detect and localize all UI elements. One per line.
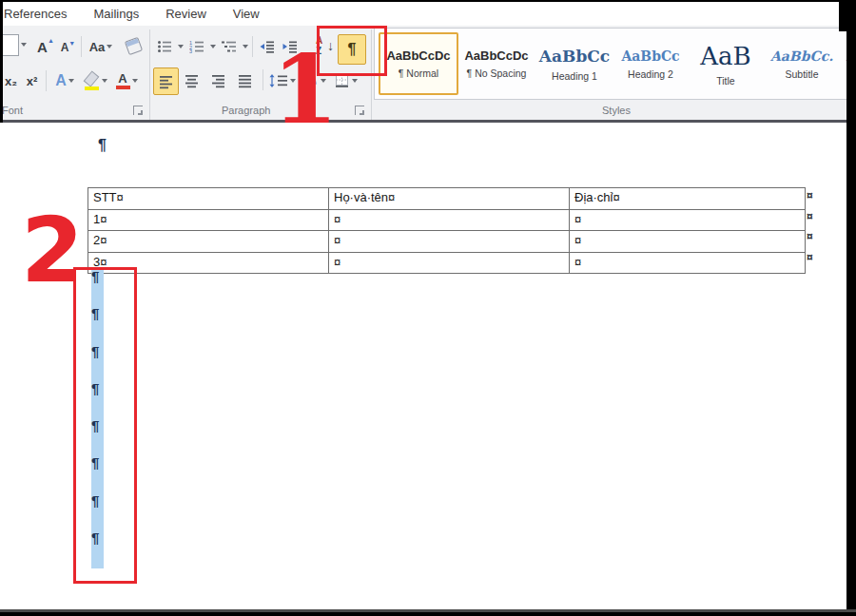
font-size-dropdown[interactable]	[17, 37, 29, 52]
selected-pilcrow: ¶	[91, 419, 104, 456]
font-dialog-launcher[interactable]	[133, 106, 143, 115]
separator	[252, 36, 253, 57]
clipped-text-mark: ″	[99, 123, 103, 129]
justify-button[interactable]	[233, 67, 257, 93]
style-label: Title	[716, 75, 734, 87]
align-center-button[interactable]	[180, 67, 204, 93]
style-title[interactable]: AaBTitle	[688, 32, 764, 95]
clear-formatting-button[interactable]	[121, 32, 146, 59]
text-effects-button[interactable]: A	[50, 68, 79, 93]
selected-pilcrow: ¶	[91, 382, 104, 419]
subscript-button[interactable]: x₂	[1, 68, 21, 93]
document-canvas[interactable]: ″ ¶ STT¤Họ·và·tên¤Địa·chỉ¤1¤¤¤2¤¤¤3¤¤¤ ¤…	[0, 123, 856, 609]
change-case-button[interactable]: Aa	[86, 34, 116, 59]
separator	[263, 69, 263, 90]
shading-button[interactable]	[301, 67, 329, 93]
multilevel-list-button[interactable]	[219, 35, 240, 58]
style-label: Subtitle	[785, 68, 818, 80]
styles-gallery: AaBbCcDc¶ NormalAaBbCcDc¶ No SpacingAaBb…	[374, 28, 856, 100]
table-cell[interactable]: ¤	[329, 210, 570, 231]
frame-edge	[0, 0, 856, 2]
frame-edge	[0, 0, 3, 123]
subscript-icon: x₂	[5, 74, 17, 88]
bullets-icon	[157, 40, 172, 53]
align-left-icon	[159, 74, 173, 89]
tab-view[interactable]: View	[220, 7, 273, 21]
decrease-indent-icon	[260, 40, 275, 53]
table-cell[interactable]: Địa·chỉ¤	[570, 188, 805, 209]
tab-mailings[interactable]: Mailings	[80, 7, 152, 21]
style-sample-text: AaBbCc	[539, 47, 610, 66]
decrease-indent-button[interactable]	[257, 35, 278, 58]
table-row[interactable]: 1¤¤¤	[88, 210, 805, 232]
align-right-button[interactable]	[206, 67, 230, 93]
table-cell[interactable]: ¤	[329, 253, 570, 274]
multilevel-dropdown[interactable]	[240, 37, 249, 56]
style-sample-text: AaBbCcDc	[464, 48, 528, 63]
row-end-marker: ¤	[807, 189, 813, 202]
down-arrow-icon: ▼	[68, 40, 75, 47]
paragraph-group-label: Paragraph	[222, 105, 270, 116]
word-table[interactable]: STT¤Họ·và·tên¤Địa·chỉ¤1¤¤¤2¤¤¤3¤¤¤	[88, 187, 806, 274]
chevron-down-icon	[21, 43, 27, 47]
bullets-dropdown[interactable]	[175, 37, 185, 56]
tab-review[interactable]: Review	[152, 7, 220, 21]
font-size-combobox[interactable]	[0, 34, 19, 56]
line-spacing-button[interactable]	[267, 67, 298, 93]
table-cell[interactable]: ¤	[570, 210, 805, 231]
text-highlight-button[interactable]	[80, 68, 110, 93]
show-hide-formatting-button[interactable]: ¶	[338, 34, 366, 65]
group-separator	[371, 29, 372, 121]
table-cell[interactable]: STT¤	[88, 188, 329, 209]
style-sample-text: AaB	[700, 42, 750, 70]
chevron-down-icon	[243, 45, 248, 48]
numbering-dropdown[interactable]	[207, 37, 217, 56]
styles-group-label: Styles	[602, 105, 631, 116]
table-cell[interactable]: 1¤	[88, 210, 329, 231]
style-label: ¶ Normal	[399, 67, 438, 79]
borders-button[interactable]	[331, 67, 361, 93]
table-cell[interactable]: ¤	[570, 253, 805, 274]
chevron-down-icon	[178, 45, 184, 48]
font-color-button[interactable]: A	[111, 68, 142, 93]
up-arrow-icon: ▲	[48, 37, 54, 44]
separator	[81, 36, 82, 57]
table-cell[interactable]: ¤	[329, 231, 570, 252]
table-cell[interactable]: 2¤	[88, 231, 329, 252]
table-cell[interactable]: Họ·và·tên¤	[329, 188, 570, 209]
row-end-marker: ¤	[807, 251, 813, 264]
style-sample-text: AaBbCc	[621, 48, 679, 64]
table-cell[interactable]: ¤	[570, 231, 805, 252]
chevron-down-icon	[68, 79, 74, 83]
ribbon-tab-bar: ReferencesMailingsReviewView	[0, 2, 856, 26]
pilcrow-icon: ¶	[348, 41, 357, 58]
chevron-down-icon	[352, 79, 358, 83]
table-row[interactable]: 3¤¤¤	[88, 253, 805, 274]
selected-pilcrow: ¶	[91, 531, 104, 568]
style-heading-2[interactable]: AaBbCcHeading 2	[613, 32, 688, 95]
superscript-button[interactable]: x²	[22, 68, 42, 93]
table-row[interactable]: 2¤¤¤	[88, 231, 805, 253]
increase-indent-button[interactable]	[280, 35, 301, 58]
paragraph-dialog-launcher[interactable]	[355, 106, 364, 115]
style-label: ¶ No Spacing	[467, 67, 527, 79]
shrink-font-button[interactable]: A ▼	[58, 36, 78, 59]
table-cell[interactable]: 3¤	[88, 253, 329, 274]
sort-button[interactable]: A Z ↓	[314, 33, 335, 62]
grow-font-button[interactable]: A ▲	[34, 34, 57, 59]
table-header-row[interactable]: STT¤Họ·và·tên¤Địa·chỉ¤	[88, 188, 805, 210]
tab-references[interactable]: References	[0, 7, 80, 21]
word-window: ReferencesMailingsReviewView A ▲ A ▼ Aa …	[0, 0, 856, 616]
style-subtitle[interactable]: AaBbCc.Subtitle	[764, 32, 840, 95]
bullets-button[interactable]	[154, 35, 175, 58]
chevron-down-icon	[210, 45, 216, 48]
separator	[46, 70, 47, 91]
selected-pilcrow: ¶	[91, 456, 104, 493]
style-heading-1[interactable]: AaBbCcHeading 1	[535, 32, 613, 95]
shading-bucket-icon	[303, 73, 319, 88]
style-no-spacing[interactable]: AaBbCcDc¶ No Spacing	[457, 32, 535, 95]
frame-edge	[0, 612, 856, 616]
style-normal[interactable]: AaBbCcDc¶ Normal	[379, 32, 458, 95]
numbering-button[interactable]: 1 2 3	[186, 35, 207, 58]
align-left-button[interactable]	[153, 67, 179, 95]
